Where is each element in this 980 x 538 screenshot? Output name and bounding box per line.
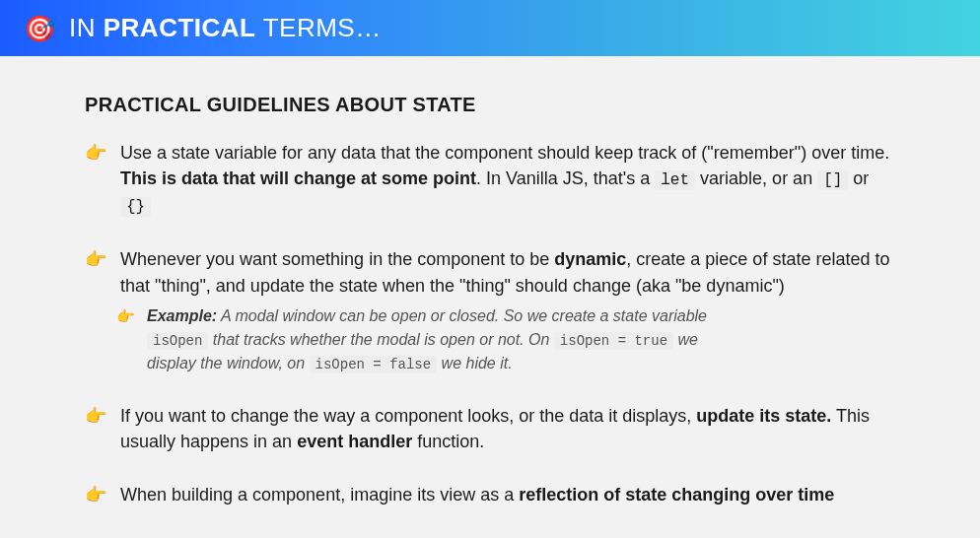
pointer-icon: 👉 bbox=[116, 304, 135, 328]
slide-header: 🎯 IN PRACTICAL TERMS… bbox=[0, 0, 980, 56]
title-bold: PRACTICAL bbox=[104, 13, 256, 42]
code-inline: {} bbox=[120, 197, 151, 217]
example-block: 👉 Example: A modal window can be open or… bbox=[116, 304, 895, 375]
pointer-icon: 👉 bbox=[85, 482, 106, 508]
target-icon: 🎯 bbox=[24, 16, 55, 41]
code-inline: isOpen bbox=[147, 332, 208, 350]
list-item: 👉 Whenever you want something in the com… bbox=[85, 246, 895, 298]
example-text: Example: A modal window can be open or c… bbox=[147, 304, 719, 375]
pointer-icon: 👉 bbox=[85, 403, 106, 430]
code-inline: [] bbox=[817, 170, 848, 190]
section-title: PRACTICAL GUIDELINES ABOUT STATE bbox=[85, 94, 895, 116]
code-inline: isOpen = false bbox=[310, 356, 438, 373]
guidelines-list: 👉 Use a state variable for any data that… bbox=[85, 140, 895, 538]
slide-content: PRACTICAL GUIDELINES ABOUT STATE 👉 Use a… bbox=[0, 56, 980, 538]
list-item: 👉 If you want to change the way a compon… bbox=[85, 403, 895, 454]
bullet-text: When building a component, imagine its v… bbox=[120, 482, 834, 507]
bullet-text: Whenever you want something in the compo… bbox=[120, 246, 895, 298]
list-item: 👉 Use a state variable for any data that… bbox=[85, 140, 895, 219]
bullet-text: Use a state variable for any data that t… bbox=[120, 140, 895, 219]
title-suffix: TERMS… bbox=[255, 13, 381, 42]
code-inline: isOpen = true bbox=[554, 332, 673, 350]
pointer-icon: 👉 bbox=[85, 140, 106, 167]
bullet-text: If you want to change the way a componen… bbox=[120, 403, 895, 454]
pointer-icon: 👉 bbox=[85, 246, 106, 273]
list-item: 👉 When building a component, imagine its… bbox=[85, 482, 895, 508]
title-prefix: IN bbox=[69, 13, 104, 42]
code-inline: let bbox=[655, 170, 695, 190]
slide-title: IN PRACTICAL TERMS… bbox=[69, 13, 382, 43]
